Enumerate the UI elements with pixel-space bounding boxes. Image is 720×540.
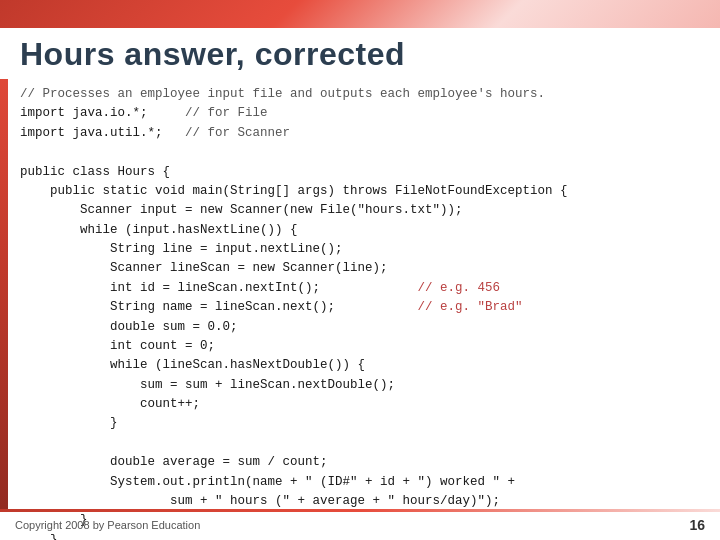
count-update: count++;: [20, 397, 200, 411]
blank-line: [20, 436, 28, 450]
slide: Hours answer, corrected // Processes an …: [0, 0, 720, 540]
inner-close: }: [20, 416, 118, 430]
comment-util: // for Scanner: [178, 126, 291, 140]
left-accent-bar: [0, 28, 8, 510]
import-line2: import java.util.*;: [20, 126, 178, 140]
title-area: Hours answer, corrected: [0, 28, 720, 79]
line-var: String line = input.nextLine();: [20, 242, 343, 256]
content-area: // Processes an employee input file and …: [20, 85, 700, 500]
copyright-text: Copyright 2008 by Pearson Education: [15, 519, 200, 531]
import-line1: import java.io.*;: [20, 106, 170, 120]
inner-while: while (lineScan.hasNextDouble()) {: [20, 358, 365, 372]
count-var: int count = 0;: [20, 339, 215, 353]
code-block: // Processes an employee input file and …: [20, 85, 700, 540]
slide-title: Hours answer, corrected: [20, 36, 700, 73]
name-var: String name = lineScan.next();: [20, 300, 403, 314]
while-loop: while (input.hasNextLine()) {: [20, 223, 298, 237]
linescan-var: Scanner lineScan = new Scanner(line);: [20, 261, 388, 275]
main-method: public static void main(String[] args) t…: [20, 184, 568, 198]
comment-line1: // Processes an employee input file and …: [20, 87, 545, 101]
comment-name: // e.g. "Brad": [403, 300, 523, 314]
comment-io: // for File: [170, 106, 268, 120]
bottom-bar: Copyright 2008 by Pearson Education 16: [0, 510, 720, 540]
id-var: int id = lineScan.nextInt();: [20, 281, 403, 295]
top-decorative-bar: [0, 0, 720, 28]
avg-calc: double average = sum / count;: [20, 455, 328, 469]
println2: sum + " hours (" + average + " hours/day…: [20, 494, 500, 508]
println1: System.out.println(name + " (ID#" + id +…: [20, 475, 515, 489]
slide-number: 16: [689, 517, 705, 533]
sum-update: sum = sum + lineScan.nextDouble();: [20, 378, 395, 392]
sum-var: double sum = 0.0;: [20, 320, 238, 334]
scanner-init: Scanner input = new Scanner(new File("ho…: [20, 203, 463, 217]
comment-id: // e.g. 456: [403, 281, 501, 295]
class-declaration: public class Hours {: [20, 165, 170, 179]
